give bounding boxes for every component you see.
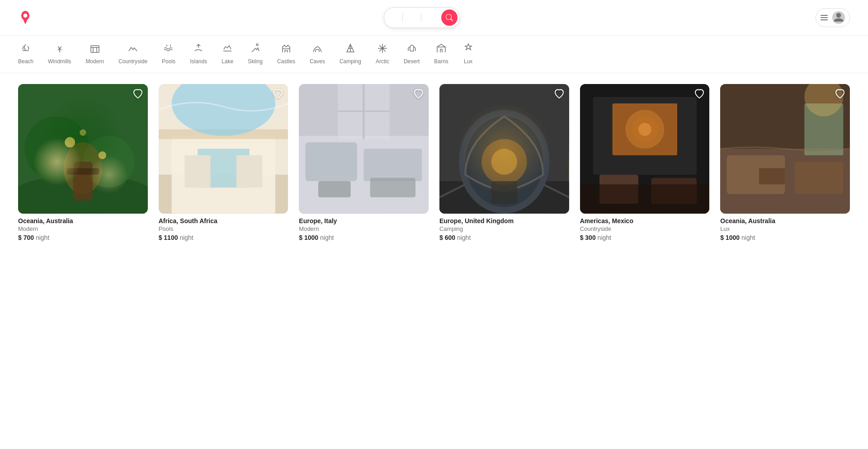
- listing-price: $ 1000 night: [720, 234, 850, 241]
- listing-info: Americas, Mexico Countryside $ 300 night: [580, 214, 710, 241]
- listing-price: $ 600 night: [439, 234, 569, 241]
- search-button[interactable]: [441, 9, 458, 26]
- category-item-camping[interactable]: Camping: [340, 43, 361, 69]
- listing-image-wrap: [439, 84, 569, 214]
- svg-point-5: [83, 136, 135, 188]
- listing-card[interactable]: Americas, Mexico Countryside $ 300 night: [580, 84, 710, 241]
- heart-icon: [835, 89, 845, 99]
- category-label-windmills: Windmills: [48, 58, 71, 65]
- category-item-desert[interactable]: Desert: [404, 43, 420, 69]
- listing-category: Modern: [299, 225, 429, 232]
- skiing-icon: [250, 43, 261, 56]
- listing-card[interactable]: Europe, Italy Modern $ 1000 night: [299, 84, 429, 241]
- category-item-lux[interactable]: Lux: [463, 43, 474, 69]
- svg-rect-0: [91, 46, 99, 52]
- category-item-castles[interactable]: Castles: [277, 43, 295, 69]
- desert-icon: [406, 43, 417, 56]
- category-item-pools[interactable]: Pools: [162, 43, 175, 69]
- heart-icon: [132, 89, 143, 99]
- logo[interactable]: [18, 10, 35, 25]
- category-item-skiing[interactable]: Skiing: [248, 43, 263, 69]
- svg-rect-24: [318, 181, 351, 197]
- modern-icon: [90, 43, 100, 56]
- listing-info: Africa, South Africa Pools $ 1100 night: [159, 214, 288, 241]
- listing-card[interactable]: Africa, South Africa Pools $ 1100 night: [159, 84, 288, 241]
- category-label-desert: Desert: [404, 58, 420, 65]
- wishlist-button[interactable]: [273, 89, 283, 101]
- listing-card[interactable]: Oceania, Australia Lux $ 1000 night: [720, 84, 850, 241]
- listing-card[interactable]: Oceania, Australia Modern $ 700 night: [18, 84, 148, 241]
- category-label-caves: Caves: [310, 58, 325, 65]
- svg-point-34: [491, 149, 517, 174]
- category-label-pools: Pools: [162, 58, 175, 65]
- heart-icon: [413, 89, 424, 99]
- svg-point-41: [638, 123, 651, 136]
- category-item-islands[interactable]: Islands: [190, 43, 207, 69]
- menu-button[interactable]: [816, 8, 850, 27]
- svg-point-4: [24, 117, 89, 181]
- wishlist-button[interactable]: [835, 89, 845, 101]
- svg-rect-10: [73, 162, 93, 201]
- svg-rect-29: [439, 84, 569, 214]
- category-item-arctic[interactable]: Arctic: [376, 43, 389, 69]
- heart-icon: [273, 89, 283, 99]
- wishlist-button[interactable]: [413, 89, 424, 101]
- svg-rect-2: [18, 84, 148, 214]
- heart-icon: [554, 89, 565, 99]
- svg-point-9: [80, 129, 86, 136]
- search-bar[interactable]: [384, 7, 460, 28]
- svg-point-7: [65, 137, 75, 148]
- listing-card[interactable]: Europe, United Kingdom Camping $ 600 nig…: [439, 84, 569, 241]
- listing-location: Oceania, Australia: [720, 217, 850, 224]
- listing-price: $ 1000 night: [299, 234, 429, 241]
- lux-icon: [463, 43, 474, 56]
- listing-info: Oceania, Australia Modern $ 700 night: [18, 214, 148, 241]
- listing-location: Americas, Mexico: [580, 217, 710, 224]
- search-any-week[interactable]: [403, 13, 421, 22]
- svg-rect-18: [236, 155, 262, 188]
- countryside-icon: [127, 43, 138, 56]
- listing-image-wrap: [299, 84, 429, 214]
- listing-price: $ 300 night: [580, 234, 710, 241]
- category-item-countryside[interactable]: Countryside: [118, 43, 147, 69]
- svg-point-3: [18, 175, 148, 214]
- category-nav: Beach Windmills Modern Countryside Pools…: [0, 36, 868, 73]
- heart-icon: [694, 89, 705, 99]
- listing-location: Africa, South Africa: [159, 217, 288, 224]
- category-item-barns[interactable]: Barns: [434, 43, 448, 69]
- svg-rect-44: [580, 184, 710, 214]
- wishlist-button[interactable]: [694, 89, 705, 101]
- svg-rect-25: [370, 178, 415, 197]
- category-item-lake[interactable]: Lake: [222, 43, 233, 69]
- category-label-camping: Camping: [340, 58, 361, 65]
- svg-rect-17: [184, 155, 210, 188]
- listing-location: Europe, Italy: [299, 217, 429, 224]
- listing-price: $ 700 night: [18, 234, 148, 241]
- category-label-islands: Islands: [190, 58, 207, 65]
- category-item-windmills[interactable]: Windmills: [48, 43, 71, 69]
- search-anywhere[interactable]: [384, 13, 403, 22]
- search-add-guests[interactable]: [421, 13, 439, 22]
- category-item-beach[interactable]: Beach: [18, 43, 33, 69]
- listing-info: Oceania, Australia Lux $ 1000 night: [720, 214, 850, 241]
- svg-point-32: [465, 117, 543, 207]
- wishlist-button[interactable]: [132, 89, 143, 101]
- search-icon: [446, 14, 453, 21]
- listing-location: Europe, United Kingdom: [439, 217, 569, 224]
- wishlist-button[interactable]: [554, 89, 565, 101]
- svg-point-31: [459, 110, 550, 213]
- svg-point-1: [256, 44, 258, 46]
- category-label-barns: Barns: [434, 58, 448, 65]
- category-label-countryside: Countryside: [118, 58, 147, 65]
- listing-image-wrap: [159, 84, 288, 214]
- listing-category: Modern: [18, 225, 148, 232]
- svg-rect-22: [306, 142, 358, 181]
- barns-icon: [436, 43, 447, 56]
- svg-point-8: [99, 151, 106, 159]
- header: [0, 0, 868, 36]
- listing-info: Europe, Italy Modern $ 1000 night: [299, 214, 429, 241]
- category-item-caves[interactable]: Caves: [310, 43, 325, 69]
- category-item-modern[interactable]: Modern: [85, 43, 104, 69]
- svg-rect-23: [364, 149, 422, 181]
- avatar: [832, 11, 845, 24]
